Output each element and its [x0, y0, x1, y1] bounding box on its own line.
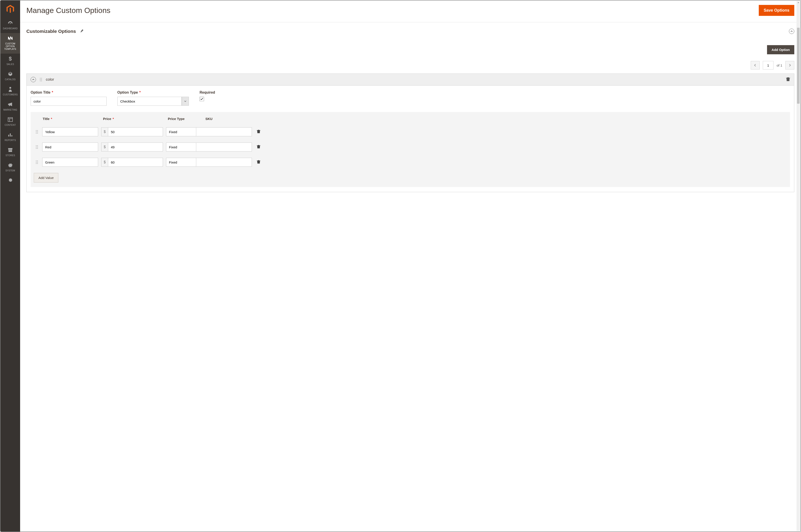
add-option-button[interactable]: Add Option: [767, 45, 794, 54]
price-type-select[interactable]: [166, 142, 193, 151]
svg-point-22: [37, 147, 38, 148]
option-type-select[interactable]: [117, 97, 189, 106]
magento-logo[interactable]: [0, 0, 20, 18]
sidebar-item-marketing[interactable]: MARKETING: [0, 99, 20, 114]
delete-value-button[interactable]: [257, 129, 260, 134]
value-row: $: [34, 139, 787, 155]
delete-value-button[interactable]: [257, 145, 260, 150]
sidebar-item-content[interactable]: CONTENT: [0, 114, 20, 130]
svg-point-10: [41, 79, 42, 80]
drag-handle-icon[interactable]: [35, 130, 39, 134]
scrollbar-up-icon[interactable]: [797, 1, 800, 4]
svg-point-28: [37, 162, 38, 163]
option-name: color: [46, 77, 54, 82]
value-title-input[interactable]: [42, 158, 98, 167]
option-type-field: Option Type*: [117, 91, 189, 106]
value-price-input[interactable]: [108, 142, 163, 151]
drag-handle-icon[interactable]: [40, 78, 42, 81]
sidebar-item-label: DASHBOARD: [3, 27, 18, 30]
dashboard-icon: [7, 20, 13, 26]
option-title-field: Option Title*: [31, 91, 107, 106]
svg-point-19: [36, 146, 37, 146]
collapse-section-button[interactable]: [789, 28, 794, 34]
currency-prefix: $: [101, 127, 108, 136]
page-header: Manage Custom Options Save Options: [20, 0, 801, 22]
sidebar-item-stores[interactable]: STORES: [0, 145, 20, 160]
svg-point-7: [40, 78, 41, 79]
sidebar-item-dashboard[interactable]: DASHBOARD: [0, 18, 20, 33]
layout-icon: [8, 117, 13, 122]
scrollbar[interactable]: [797, 1, 800, 531]
section-header: Customizable Options: [26, 28, 794, 34]
delete-value-button[interactable]: [257, 160, 260, 165]
svg-point-25: [36, 160, 37, 161]
svg-rect-4: [8, 135, 9, 136]
price-type-select[interactable]: [166, 127, 193, 136]
sidebar-item-extensions[interactable]: [0, 175, 20, 188]
pager-total: of 1: [777, 63, 782, 67]
currency-prefix: $: [101, 158, 108, 167]
required-label: Required: [200, 91, 215, 95]
sidebar-item-label: MARKETING: [3, 109, 17, 111]
value-title-input[interactable]: [42, 142, 98, 151]
svg-point-15: [36, 132, 37, 132]
svg-rect-5: [10, 133, 11, 136]
value-sku-input[interactable]: [196, 127, 252, 136]
col-pricetype-header: Price Type: [168, 117, 185, 121]
svg-point-23: [36, 148, 37, 149]
svg-point-8: [41, 78, 42, 79]
add-value-button[interactable]: Add Value: [34, 173, 58, 183]
price-type-select[interactable]: [166, 158, 193, 167]
pager-page-input[interactable]: [763, 61, 774, 70]
option-title-input[interactable]: [31, 97, 107, 106]
value-price-input[interactable]: [108, 127, 163, 136]
svg-point-30: [37, 163, 38, 164]
svg-point-26: [37, 160, 38, 161]
save-options-button[interactable]: Save Options: [759, 5, 794, 16]
drag-handle-icon[interactable]: [35, 145, 39, 149]
pager-prev-button[interactable]: [751, 61, 760, 70]
edit-icon[interactable]: [80, 29, 83, 34]
svg-point-29: [36, 163, 37, 164]
svg-rect-6: [12, 135, 12, 136]
puzzle-icon: [8, 177, 13, 183]
svg-point-20: [37, 146, 38, 146]
svg-point-21: [36, 147, 37, 148]
values-table-head: Title* Price* Price Type SKU: [34, 113, 787, 124]
collapse-option-button[interactable]: [31, 77, 36, 82]
sidebar-item-label: SALES: [6, 63, 14, 66]
value-row: $: [34, 155, 787, 170]
col-price-header: Price: [103, 117, 111, 121]
sidebar-item-catalog[interactable]: CATALOG: [0, 69, 20, 84]
sidebar-item-customers[interactable]: CUSTOMERS: [0, 84, 20, 99]
sidebar-item-label: CONTENT: [5, 124, 16, 127]
value-price-input[interactable]: [108, 158, 163, 167]
template-icon: [7, 35, 13, 41]
svg-point-24: [37, 148, 38, 149]
svg-point-17: [36, 133, 37, 134]
scrollbar-thumb[interactable]: [797, 28, 800, 104]
value-sku-input[interactable]: [196, 142, 252, 151]
person-icon: [8, 86, 13, 92]
sidebar-item-sales[interactable]: $ SALES: [0, 54, 20, 69]
sidebar-item-label: CUSTOM OPTION TEMPLATE: [1, 42, 19, 51]
pager: of 1: [26, 61, 794, 70]
option-type-label: Option Type*: [117, 91, 189, 95]
sidebar-item-system[interactable]: SYSTEM: [0, 160, 20, 175]
svg-point-18: [37, 133, 38, 134]
sidebar-item-label: STORES: [5, 154, 15, 157]
chevron-down-icon[interactable]: [182, 97, 189, 106]
required-checkbox[interactable]: [200, 97, 204, 101]
admin-sidebar: DASHBOARD CUSTOM OPTION TEMPLATE $ SALES…: [0, 0, 20, 532]
drag-handle-icon[interactable]: [35, 160, 39, 164]
value-title-input[interactable]: [42, 127, 98, 136]
svg-point-0: [10, 87, 11, 89]
cube-icon: [8, 71, 13, 77]
megaphone-icon: [7, 101, 13, 107]
sidebar-item-reports[interactable]: REPORTS: [0, 130, 20, 145]
main-content: Manage Custom Options Save Options Custo…: [20, 0, 801, 532]
sidebar-item-custom-option-template[interactable]: CUSTOM OPTION TEMPLATE: [0, 33, 20, 54]
pager-next-button[interactable]: [785, 61, 794, 70]
value-sku-input[interactable]: [196, 158, 252, 167]
delete-option-button[interactable]: [786, 77, 790, 82]
